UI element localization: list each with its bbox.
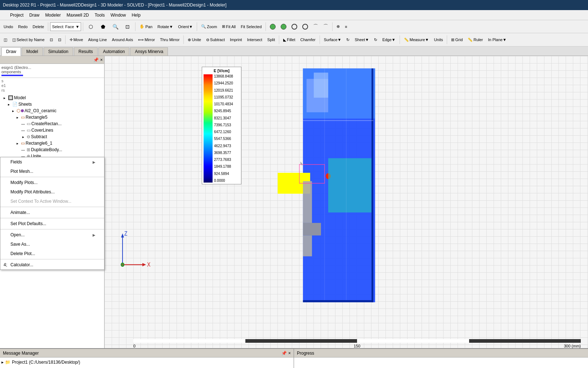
tree-item-al2o3[interactable]: ▸ ⬡ Al2_O3_ceramic [1,108,103,114]
curve-btn-1[interactable]: ⌒ [311,22,320,32]
surface-button[interactable]: Surface ▼ [322,35,344,45]
select-face-icon-btn[interactable]: ◫ [1,35,9,45]
ctx-save-as[interactable]: Save As... [0,240,104,249]
grid-button[interactable]: ⊞ Grid [449,35,465,45]
icon-btn-3[interactable]: 🔍 [110,22,121,32]
zoom-button[interactable]: 🔍 Zoom [199,22,219,32]
orient-button[interactable]: Orient ▼ [176,22,195,32]
edge-button[interactable]: Edge ▼ [380,35,398,45]
delete-button[interactable]: Delete [31,22,46,32]
cb-val-14: 924.5894 [214,172,233,176]
menu-draw[interactable]: Draw [26,11,42,19]
ctx-fields[interactable]: Fields ▶ [0,157,104,167]
ctx-calculator[interactable]: 4; Calculator... [0,260,104,270]
menu-modeler[interactable]: Modeler [42,11,63,19]
pan-button[interactable]: ✋ Pan [137,22,155,32]
cb-val-10: 4622.9473 [214,144,233,148]
menu-window[interactable]: Window [108,11,129,19]
tree-item-rect6[interactable]: ▸ ▭ Rectangle6_1 [1,140,103,146]
icon-btn-2[interactable]: ⬟ [97,22,109,32]
tree-item-rect5[interactable]: ▸ ▭ Rectangle5 [1,114,103,121]
ctx-animate[interactable]: Animate... [0,208,104,217]
menu-project[interactable]: Project [7,11,26,19]
tree-item-model[interactable]: ▸ 🔲 Model [1,95,103,101]
select-mode-btn[interactable]: ⊡ [48,35,55,45]
measure-button[interactable]: 📏 Measure ▼ [402,35,431,45]
tree-item-coverlines1[interactable]: — ▭ CoverLines [1,127,103,133]
ctx-open-icon [3,232,8,238]
project-folder-icon: 📁 [5,360,10,365]
ctx-modify-plots[interactable]: Modify Plots... [0,178,104,187]
fit-selected-button[interactable]: Fit Selected [239,22,264,32]
circle-btn-2[interactable] [279,22,289,32]
tab-draw[interactable]: Draw [1,47,21,56]
subtract-button[interactable]: ⊖ Subtract [204,35,227,45]
in-plane-button[interactable]: In Plane ▼ [486,35,509,45]
ctx-open[interactable]: Open... ▶ [0,230,104,240]
along-line-button[interactable]: Along Line [86,35,109,45]
select-mode-btn2[interactable]: ⊡ [56,35,63,45]
menu-file[interactable] [1,14,7,17]
cb-val-12: 2773.7683 [214,158,233,162]
chamfer-button[interactable]: Chamfer [298,35,317,45]
rotate-btn-2[interactable]: ↻ [344,35,352,45]
icon-btn-4[interactable]: ⊡ [122,22,133,32]
viewport[interactable]: Z X E [V/cm] 13868.8408 12944.2520 12019… [104,56,588,348]
menu-help[interactable]: Help [129,11,143,19]
left-panel: 📌 × esign1 (Electro... omponents s e1 rs… [0,56,104,348]
tree-item-sheets[interactable]: ▸ 📄 Sheets [1,101,103,108]
thru-mirror-button[interactable]: Thru Mirror [158,35,182,45]
msg-close-button[interactable]: × [288,351,291,356]
redo-button[interactable]: Redo [16,22,30,32]
fit-all-button[interactable]: ⊞ Fit All [220,22,238,32]
rotate-btn-3[interactable]: ↻ [372,35,379,45]
rotate-button[interactable]: Rotate ▼ [155,22,175,32]
sheet-button[interactable]: Sheet ▼ [352,35,371,45]
ctx-delete-plot[interactable]: Delete Plot... [0,249,104,258]
circle-btn-1[interactable] [268,22,278,32]
tree-item-dupbody[interactable]: — ⊞ DuplicateBody... [1,146,103,153]
select-face-dropdown[interactable]: Select: Face ▼ [50,22,81,31]
circle-btn-4[interactable] [300,22,310,32]
menu-maxwell2d[interactable]: Maxwell 2D [64,11,92,19]
menu-tools[interactable]: Tools [92,11,108,19]
rect6-icon: ▭ [21,141,25,146]
tree-item-subtract[interactable]: ▸ ⊖ Subtract [1,133,103,140]
rect-icon: ▭ [21,115,25,120]
undo-button[interactable]: Undo [1,22,15,32]
split-button[interactable]: Split [265,35,277,45]
imprint-button[interactable]: Imprint [228,35,244,45]
unite-button[interactable]: ⊕ Unite [186,35,203,45]
scale-300: 300 (mm) [564,344,581,348]
tree-item-createrect[interactable]: — ▭ CreateRectan... [1,121,103,127]
coord-icon-btn[interactable]: ⊕ [334,22,342,32]
mirror-button[interactable]: ⟺ Mirror [136,35,157,45]
pin-button[interactable]: 📌 [93,57,99,62]
curve-btn-2[interactable]: ⌒ [321,22,330,32]
bottom-area: Message Manager 📌 × ▸ 📁 Project1 (C:/Use… [0,348,588,368]
fillet-button[interactable]: ◣ Fillet [281,35,297,45]
units-button[interactable]: Units [432,35,445,45]
tab-results[interactable]: Results [74,47,98,56]
tab-ansys-minerva[interactable]: Ansys Minerva [130,47,168,56]
around-axis-button[interactable]: Around Axis [110,35,135,45]
ctx-plot-mesh[interactable]: Plot Mesh... [0,167,104,176]
ctx-set-defaults[interactable]: Set Plot Defaults... [0,219,104,228]
circle-btn-3[interactable] [289,22,299,32]
tree-expand-rect6: ▸ [14,140,20,146]
ruler-button[interactable]: 📏 Ruler [466,35,485,45]
move-button[interactable]: ✛ Move [67,35,85,45]
ctx-modify-attrs[interactable]: Modify Plot Attributes... [0,187,104,197]
tab-automation[interactable]: Automation [98,47,130,56]
svg-rect-5 [303,181,312,223]
unite-icon: ⊕ [188,38,191,42]
tab-simulation[interactable]: Simulation [44,47,73,56]
intersect-button[interactable]: Intersect [245,35,264,45]
select-by-name-button[interactable]: ◫ Select by Name [10,35,47,45]
icon-btn-1[interactable]: ⬡ [85,22,97,32]
tab-model[interactable]: Model [22,47,43,56]
msg-pin-button[interactable]: 📌 [281,351,287,356]
fit-all-icon: ⊞ [222,24,225,29]
ref-icon-btn[interactable]: ≡ [343,22,349,32]
close-panel-button[interactable]: × [100,57,103,62]
